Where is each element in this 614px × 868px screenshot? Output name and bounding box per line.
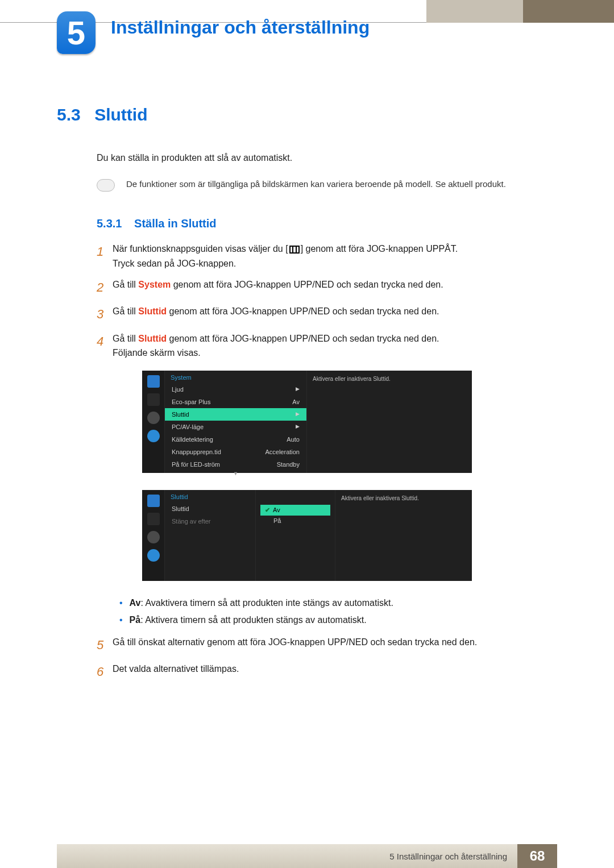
bullet-pa: •På: Aktivera timern så att produkten st… <box>119 612 557 629</box>
step-text: Gå till <box>113 334 138 343</box>
picture-icon <box>147 495 160 507</box>
chevron-right-icon: ▶ <box>296 423 300 430</box>
keyword-system: System <box>138 280 171 289</box>
bullet-dot: • <box>119 595 123 612</box>
osd-row-pcav: PC/AV-läge▶ <box>165 421 306 433</box>
chevron-right-icon: ▶ <box>296 411 300 418</box>
chapter-number: 5 <box>67 14 85 52</box>
subsection-5-3-1-heading: 5.3.1 Ställa in Sluttid <box>97 217 557 230</box>
step-number: 5 <box>97 635 113 655</box>
osd-row-sluttid: Sluttid <box>165 502 255 515</box>
step-1: 1 När funktionsknappsguiden visas väljer… <box>97 242 557 271</box>
osd-row-knapp: Knappupprepn.tidAcceleration <box>165 446 306 458</box>
check-icon: ✔ <box>265 506 270 514</box>
note-text: De funktioner som är tillgängliga på bil… <box>126 178 557 190</box>
section-title: Sluttid <box>94 105 147 124</box>
step-text: ] genom att föra JOG-knappen UPPÅT. <box>301 244 458 254</box>
osd-row-led: På för LED-strömStandby <box>165 458 306 471</box>
step-6: 6 Det valda alternativet tillämpas. <box>97 662 557 682</box>
keyword-sluttid: Sluttid <box>138 334 167 343</box>
bullet-dot: • <box>119 612 123 629</box>
step-text: genom att föra JOG-knappen UPP/NED och s… <box>171 280 443 289</box>
page-number: 68 <box>517 844 557 868</box>
step-text: Gå till <box>113 280 138 289</box>
option-label: Av <box>130 598 141 608</box>
gear-icon <box>147 531 160 543</box>
step-text: Tryck sedan på JOG-knappen. <box>113 259 236 268</box>
osd-submenu-header: Sluttid <box>165 490 255 502</box>
chevron-down-icon: ▼ <box>165 471 306 476</box>
page-footer: 5 Inställningar och återställning 68 <box>0 844 614 868</box>
osd-row-eco: Eco-spar PlusAv <box>165 396 306 408</box>
step-3: 3 Gå till Sluttid genom att föra JOG-kna… <box>97 304 557 324</box>
section-number: 5.3 <box>57 105 81 124</box>
option-desc: : Avaktivera timern så att produkten int… <box>140 598 393 608</box>
osd-help-text: Aktivera eller inaktivera Sluttid. <box>335 490 472 581</box>
picture-icon <box>147 375 160 388</box>
section-5-3-heading: 5.3 Sluttid <box>57 105 557 124</box>
step-number: 2 <box>97 277 113 297</box>
osd-row-stang-av-efter: Stäng av efter <box>165 515 255 528</box>
step-text: Det valda alternativet tillämpas. <box>113 662 557 682</box>
footer-chapter-label: 5 Inställningar och återställning <box>57 844 517 868</box>
osd-row-sluttid-selected: Sluttid▶ <box>165 408 306 421</box>
step-5: 5 Gå till önskat alternativ genom att fö… <box>97 635 557 655</box>
subsection-number: 5.3.1 <box>97 217 122 230</box>
step-2: 2 Gå till System genom att föra JOG-knap… <box>97 277 557 297</box>
step-text: När funktionsknappsguiden visas väljer d… <box>113 244 288 254</box>
subsection-title: Ställa in Sluttid <box>134 217 216 230</box>
screen-icon <box>147 393 160 406</box>
step-text: Följande skärm visas. <box>113 348 201 358</box>
note-row: De funktioner som är tillgängliga på bil… <box>97 178 557 192</box>
step-text: genom att föra JOG-knappen UPP/NED och s… <box>167 306 439 316</box>
osd-icon-column <box>142 490 165 581</box>
chevron-right-icon: ▶ <box>296 386 300 393</box>
osd-menu-list: System Ljud▶ Eco-spar PlusAv Sluttid▶ PC… <box>165 371 307 473</box>
keyword-sluttid: Sluttid <box>138 306 167 316</box>
step-text: Gå till önskat alternativ genom att föra… <box>113 635 557 655</box>
option-desc: : Aktivera timern så att produkten stäng… <box>140 615 367 625</box>
header-accent-grey <box>426 0 523 23</box>
osd-submenu-list: Sluttid Sluttid Stäng av efter <box>165 490 256 581</box>
option-label: På <box>130 615 141 625</box>
step-text: genom att föra JOG-knappen UPP/NED och s… <box>167 334 439 343</box>
osd-screenshot-sluttid: Sluttid Sluttid Stäng av efter ✔Av På Ak… <box>142 490 472 581</box>
gear-icon <box>147 412 160 424</box>
header-accent-khaki <box>523 0 614 23</box>
step-number: 3 <box>97 304 113 324</box>
option-av-selected: ✔Av <box>260 505 330 516</box>
screen-icon <box>147 513 160 525</box>
option-pa: På <box>260 516 330 526</box>
step-number: 1 <box>97 242 113 271</box>
step-number: 4 <box>97 331 113 360</box>
osd-menu-header: System <box>165 371 306 383</box>
section-intro: Du kan ställa in produkten att slå av au… <box>97 153 557 163</box>
osd-options-panel: ✔Av På <box>256 490 335 581</box>
menu-icon <box>289 246 300 254</box>
chapter-number-badge: 5 <box>57 11 96 54</box>
step-text: Gå till <box>113 306 138 316</box>
step-number: 6 <box>97 662 113 682</box>
osd-icon-column <box>142 371 165 473</box>
bullet-av: •Av: Avaktivera timern så att produkten … <box>119 595 557 612</box>
info-icon <box>147 549 160 562</box>
step-4: 4 Gå till Sluttid genom att föra JOG-kna… <box>97 331 557 360</box>
note-icon <box>97 179 115 192</box>
osd-row-ljud: Ljud▶ <box>165 383 306 396</box>
chapter-title: Inställningar och återställning <box>111 17 370 38</box>
osd-help-text: Aktivera eller inaktivera Sluttid. <box>307 371 472 473</box>
info-icon <box>147 430 160 442</box>
osd-row-kalld: KälldetekteringAuto <box>165 433 306 446</box>
osd-screenshot-system: System Ljud▶ Eco-spar PlusAv Sluttid▶ PC… <box>142 371 472 473</box>
